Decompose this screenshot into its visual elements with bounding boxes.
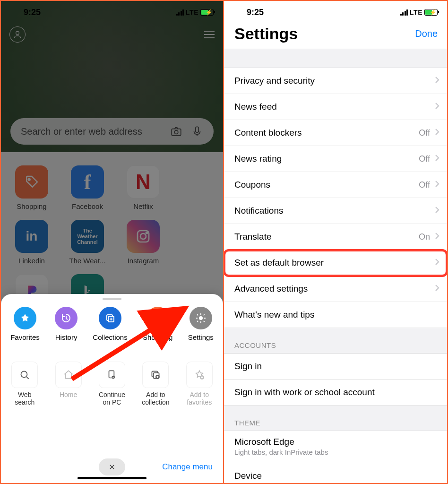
- device-icon: [99, 362, 125, 388]
- menu-shopping[interactable]: Shopping: [143, 307, 172, 341]
- status-time: 9:25: [24, 8, 41, 17]
- settings-row-translate[interactable]: TranslateOn: [224, 224, 447, 250]
- change-menu-link[interactable]: Change menu: [162, 462, 213, 472]
- settings-row-news-feed[interactable]: News feed: [224, 94, 447, 120]
- history-icon: [55, 307, 78, 329]
- network-label: LTE: [186, 9, 198, 16]
- settings-row-notifications[interactable]: Notifications: [224, 198, 447, 224]
- section-spacer: [224, 49, 447, 68]
- sheet-grabber[interactable]: [103, 298, 121, 300]
- menu-history[interactable]: History: [55, 307, 78, 341]
- home-indicator: [78, 477, 146, 479]
- chevron-right-icon: [435, 102, 439, 112]
- theme-cell[interactable]: Microsoft Edge Light tabs, dark InPrivat…: [224, 431, 447, 463]
- svg-point-12: [21, 371, 27, 377]
- action-home[interactable]: Home: [49, 362, 88, 406]
- done-button[interactable]: Done: [415, 28, 438, 39]
- battery-icon: ⚡: [200, 9, 214, 16]
- chevron-right-icon: [435, 206, 439, 216]
- home-icon: [55, 362, 82, 388]
- add-collection-icon: [142, 362, 169, 388]
- close-sheet-button[interactable]: [99, 458, 125, 475]
- action-continue-pc[interactable]: Continueon PC: [93, 362, 131, 406]
- chevron-right-icon: [435, 258, 439, 268]
- settings-row-set-as-default-browser[interactable]: Set as default browser: [224, 250, 447, 276]
- battery-icon: ⚡: [424, 9, 438, 16]
- accounts-section-header: ACCOUNTS: [224, 328, 447, 354]
- settings-row-advanced-settings[interactable]: Advanced settings: [224, 276, 447, 302]
- settings-row-content-blockers[interactable]: Content blockersOff: [224, 120, 447, 146]
- menu-favorites[interactable]: Favorites: [10, 307, 40, 341]
- svg-point-10: [155, 316, 156, 317]
- chevron-right-icon: [435, 154, 439, 164]
- chevron-right-icon: [435, 180, 439, 190]
- chevron-right-icon: [435, 128, 439, 138]
- signal-icon: [176, 9, 184, 16]
- page-title: Settings: [234, 25, 298, 43]
- chevron-right-icon: [435, 232, 439, 242]
- action-add-favorites[interactable]: Add tofavorites: [180, 362, 219, 406]
- tag-icon: [146, 307, 169, 329]
- status-time: 9:25: [247, 8, 264, 17]
- chevron-right-icon: [435, 76, 439, 86]
- network-label: LTE: [410, 9, 422, 16]
- star-icon: [14, 307, 36, 329]
- gear-icon: [190, 307, 212, 329]
- settings-row-privacy-and-security[interactable]: Privacy and security: [224, 68, 447, 94]
- action-add-collection[interactable]: Add tocollection: [136, 362, 175, 406]
- star-plus-icon: [186, 362, 213, 388]
- chevron-right-icon: [435, 284, 439, 294]
- svg-point-11: [199, 317, 202, 320]
- status-bar: 9:25 LTE ⚡: [224, 1, 447, 20]
- menu-sheet: Favorites History Collections Shopping S…: [1, 294, 223, 483]
- settings-header: Settings Done: [224, 20, 447, 49]
- settings-row-news-rating[interactable]: News ratingOff: [224, 146, 447, 172]
- search-icon: [11, 362, 38, 388]
- menu-collections[interactable]: Collections: [93, 307, 127, 341]
- account-row-sign-in-with-work-or-school-account[interactable]: Sign in with work or school account: [224, 380, 447, 406]
- settings-row-coupons[interactable]: CouponsOff: [224, 172, 447, 198]
- collections-icon: [99, 307, 121, 329]
- action-web-search[interactable]: Websearch: [5, 362, 44, 406]
- menu-settings[interactable]: Settings: [188, 307, 214, 341]
- signal-icon: [400, 9, 408, 16]
- status-bar: 9:25 LTE ⚡: [1, 1, 223, 20]
- settings-row-what-s-new-and-tips[interactable]: What's new and tips: [224, 302, 447, 328]
- theme-section-header: THEME: [224, 406, 447, 431]
- account-row-sign-in[interactable]: Sign in: [224, 354, 447, 380]
- theme-next-row[interactable]: Device: [224, 463, 447, 483]
